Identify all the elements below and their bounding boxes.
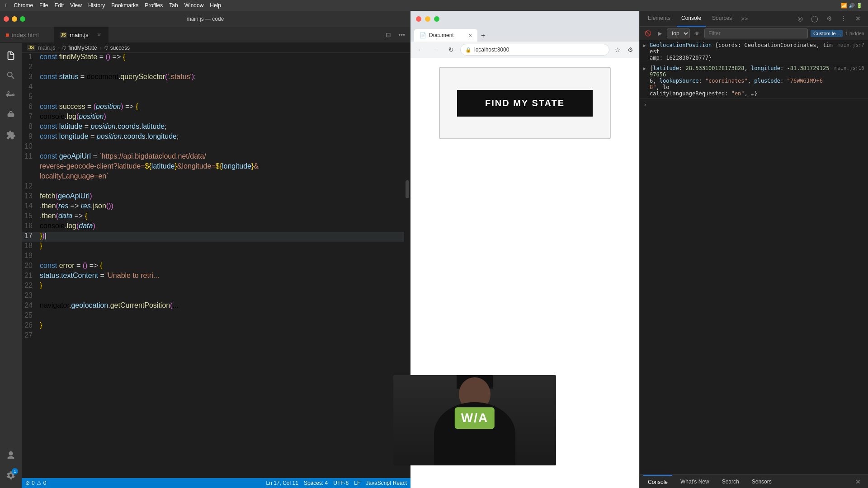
devtools-action-buttons: ◎ ◯ ⚙ ⋮ ✕ [794,12,864,25]
devtools-close-bottom[interactable]: ✕ [852,475,864,488]
mac-menu[interactable]:  Chrome File Edit View History Bookmark… [5,2,221,9]
tab-main-js[interactable]: JS main.js ✕ [54,27,108,42]
webcam-content: W/A [393,375,556,465]
code-line-14: 14 .then(res => res.json()) [22,202,404,212]
menu-help[interactable]: Help [210,2,221,9]
devtools-bottom-sensors[interactable]: Sensors [747,475,776,488]
status-spaces[interactable]: Spaces: 4 [304,480,328,486]
console-prompt: › [640,99,868,110]
devtools-close-icon[interactable]: ✕ [852,12,864,25]
devtools-bottom-whats-new[interactable]: What's New [676,475,714,488]
code-line-6: 6 const success = (position) => { [22,103,404,113]
tab-close-button[interactable]: ✕ [95,31,103,38]
menu-chrome[interactable]: Chrome [14,2,33,9]
console-filter-input[interactable] [704,28,808,38]
status-language[interactable]: JavaScript React [366,480,407,486]
console-entry-1: ▶ GeolocationPosition {coords: Geolocati… [640,40,868,63]
status-line-ending[interactable]: LF [354,480,360,486]
devtools-tab-console[interactable]: Console [677,11,706,27]
code-line-3: 3 const status = document.querySelector(… [22,73,404,83]
editor-tab-bar: ■ index.html JS main.js ✕ ⊟ ••• [0,27,410,43]
activity-search[interactable] [2,66,20,84]
code-line-26: 26 } [22,321,404,331]
browser-new-tab-btn[interactable]: + [479,30,487,42]
breadcrumb-function: ⬡ findMyState [62,45,97,51]
menu-tab[interactable]: Tab [169,2,178,9]
browser-tab-document[interactable]: 📄 Document ✕ [414,29,477,42]
status-cursor[interactable]: Ln 17, Col 11 [266,480,298,486]
browser-extension-icon[interactable]: ⚙ [625,44,636,55]
activity-source-control[interactable] [2,86,20,104]
browser-forward-btn[interactable]: → [429,43,442,56]
code-line-1: 1 const findMyState = () => { [22,53,404,63]
menu-file[interactable]: File [39,2,48,9]
menu-bookmarks[interactable]: Bookmarks [111,2,138,9]
find-my-state-container: FIND MY STATE [439,67,611,139]
menu-edit[interactable]: Edit [54,2,64,9]
console-context-select[interactable]: top [667,28,690,38]
status-errors[interactable]: ⊘ 0 ⚠ 0 [25,480,46,486]
devtools-settings-icon[interactable]: ⚙ [823,12,835,25]
menu-view[interactable]: View [70,2,82,9]
devtools-tab-sources[interactable]: Sources [708,11,736,27]
code-line-21: 21 status.textContent = 'Unable to retri… [22,272,404,282]
code-line-16: 16 console.log(data) [22,222,404,232]
console-sidebar-toggle[interactable]: 👁 [693,29,702,38]
devtools-device-icon[interactable]: ◯ [808,12,821,25]
activity-settings[interactable]: 1 [2,466,20,484]
console-preserve-log-btn[interactable]: ▶ [655,29,664,38]
window-close[interactable] [4,16,9,22]
browser-tab-title: Document [429,32,454,38]
browser-minimize-btn[interactable] [425,16,430,22]
scrollbar-thumb[interactable] [406,180,409,198]
code-content[interactable]: 1 const findMyState = () => { 2 3 const … [22,53,410,478]
editor-area: 1 JS main.js › ⬡ findMyState › ⬡ [0,43,410,488]
menu-profiles[interactable]: Profiles [145,2,163,9]
devtools-bottom-close-icon[interactable]: ✕ [852,475,864,488]
console-custom-levels-btn[interactable]: Custom le... [811,30,843,37]
console-output[interactable]: ▶ GeolocationPosition {coords: Geolocati… [640,40,868,474]
console-entry-2-text: {latitude: 28.533100128173828, longitude… [650,65,831,97]
window-maximize[interactable] [20,16,25,22]
devtools-tab-elements[interactable]: Elements [643,11,675,27]
devtools-bottom-console[interactable]: Console [643,475,672,488]
browser-tab-favicon: 📄 [420,32,426,38]
split-editor-icon[interactable]: ⊟ [384,29,393,40]
devtools-bottom-search[interactable]: Search [717,475,744,488]
apple-menu[interactable]:  [5,2,7,9]
menu-window[interactable]: Window [184,2,204,9]
console-clear-btn[interactable]: 🚫 [643,29,652,38]
devtools-more-tabs[interactable]: >> [738,15,750,22]
browser-close-btn[interactable] [416,16,421,22]
console-entry-2: ▶ {latitude: 28.533100128173828, longitu… [640,63,868,99]
tab-label-main: main.js [70,32,88,38]
devtools-inspect-icon[interactable]: ◎ [794,12,807,25]
browser-maximize-btn[interactable] [434,16,439,22]
status-encoding[interactable]: UTF-8 [333,480,349,486]
activity-account[interactable] [2,446,20,465]
activity-debug[interactable] [2,106,20,124]
browser-back-btn[interactable]: ← [414,43,427,56]
tab-index-html[interactable]: ■ index.html [0,27,54,42]
code-line-2: 2 [22,63,404,73]
devtools-overflow-icon[interactable]: ⋮ [837,12,850,25]
window-minimize[interactable] [12,16,17,22]
browser-tab-close-btn[interactable]: ✕ [468,33,472,38]
menu-history[interactable]: History [88,2,105,9]
console-entry-1-expand[interactable]: ▶ [643,43,646,48]
activity-extensions[interactable] [2,126,20,144]
browser-star-icon[interactable]: ☆ [612,44,623,55]
devtools-tab-bar: Elements Console Sources >> ◎ ◯ ⚙ ⋮ ✕ [640,11,868,27]
browser-reload-btn[interactable]: ↻ [445,43,458,56]
find-my-state-button[interactable]: FIND MY STATE [457,90,593,117]
mac-title-bar:  Chrome File Edit View History Bookmark… [0,0,868,11]
code-editor[interactable]: JS main.js › ⬡ findMyState › ⬡ success [22,43,410,488]
code-line-9: 9 const longitude = position.coords.long… [22,132,404,142]
address-bar[interactable]: 🔒 localhost:3000 [460,44,609,56]
console-entry-2-expand[interactable]: ▶ [643,66,646,71]
more-actions-icon[interactable]: ••• [396,29,407,40]
console-entry-1-source[interactable]: main.js:7 [837,42,864,48]
activity-explorer[interactable] [2,47,20,65]
console-entry-2-source[interactable]: main.js:16 [835,65,864,71]
code-line-12: 12 [22,182,404,192]
